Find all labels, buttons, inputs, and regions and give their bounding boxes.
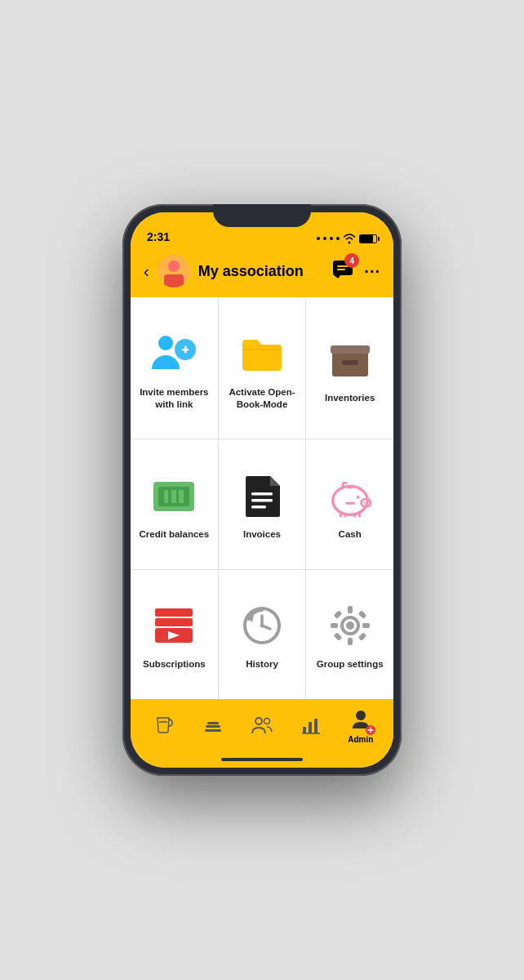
invoice-icon <box>238 471 286 520</box>
svg-rect-50 <box>357 633 366 642</box>
grid-item-invite-members[interactable]: Invite members with link <box>131 297 218 439</box>
bottom-navigation: Admin <box>131 699 393 751</box>
invite-icon <box>149 329 198 378</box>
svg-rect-31 <box>345 502 355 505</box>
cash-label: Cash <box>339 528 362 541</box>
svg-rect-48 <box>357 611 366 620</box>
svg-rect-23 <box>251 499 273 502</box>
back-button[interactable]: ‹ <box>144 262 149 281</box>
nav-item-stats[interactable] <box>295 715 327 735</box>
open-book-label: Activate Open-Book-Mode <box>225 386 300 411</box>
home-indicator <box>131 751 393 768</box>
inventories-label: Inventories <box>325 392 375 404</box>
battery-icon <box>359 234 377 243</box>
invite-members-label: Invite members with link <box>137 386 211 411</box>
status-time: 2:31 <box>147 230 170 243</box>
subscriptions-label: Subscriptions <box>143 658 206 670</box>
svg-point-42 <box>346 621 354 630</box>
nav-item-admin[interactable]: Admin <box>344 707 377 744</box>
admin-nav-label: Admin <box>348 735 373 744</box>
svg-rect-5 <box>337 269 345 270</box>
signal-dot3 <box>330 237 333 240</box>
svg-rect-24 <box>251 506 266 509</box>
svg-rect-15 <box>164 490 168 503</box>
home-bar <box>221 758 303 761</box>
svg-point-28 <box>366 502 368 504</box>
svg-rect-11 <box>331 345 370 354</box>
avatar <box>158 255 190 287</box>
grid-item-cash[interactable]: Cash <box>306 439 393 568</box>
grid-item-subscriptions[interactable]: Subscriptions <box>131 570 218 699</box>
svg-rect-56 <box>303 727 306 733</box>
grid-item-inventories[interactable]: Inventories <box>306 297 393 439</box>
svg-rect-51 <box>206 725 220 728</box>
svg-rect-57 <box>309 722 312 733</box>
archive-icon <box>326 335 375 384</box>
svg-point-27 <box>363 502 365 504</box>
more-button[interactable]: ··· <box>364 262 380 281</box>
svg-rect-43 <box>348 606 353 613</box>
cup-icon <box>153 715 173 735</box>
avatar-image <box>158 255 190 287</box>
svg-point-54 <box>255 718 262 724</box>
svg-rect-58 <box>314 719 318 733</box>
food-icon <box>203 715 223 735</box>
svg-rect-18 <box>171 490 176 492</box>
svg-rect-49 <box>333 633 342 642</box>
svg-rect-45 <box>331 623 338 628</box>
svg-rect-47 <box>333 611 342 620</box>
svg-rect-53 <box>205 729 221 732</box>
piggy-icon <box>326 471 375 520</box>
folder-icon <box>238 329 286 378</box>
status-icons <box>317 234 377 243</box>
subscriptions-icon <box>149 601 198 650</box>
phone-screen: 2:31 ‹ <box>131 212 393 768</box>
nav-item-members[interactable] <box>246 715 278 735</box>
stats-icon <box>301 715 321 735</box>
grid-item-invoices[interactable]: Invoices <box>219 439 306 568</box>
nav-item-drinks[interactable] <box>147 715 180 735</box>
group-settings-label: Group settings <box>317 658 384 670</box>
svg-point-40 <box>260 624 264 628</box>
menu-grid: Invite members with link Activate Open-B… <box>131 297 393 699</box>
svg-rect-2 <box>164 274 184 287</box>
signal-dot1 <box>317 237 320 240</box>
header: ‹ My association <box>131 248 393 297</box>
svg-rect-22 <box>251 492 273 496</box>
svg-rect-29 <box>347 486 353 488</box>
settings-icon <box>326 601 375 650</box>
wifi-icon <box>343 234 356 243</box>
nav-item-food[interactable] <box>197 715 229 735</box>
header-actions: 4 ··· <box>331 258 380 284</box>
svg-rect-32 <box>155 608 193 617</box>
svg-rect-52 <box>207 722 219 724</box>
grid-item-history[interactable]: History <box>219 570 306 699</box>
svg-point-30 <box>356 496 359 499</box>
signal-dot2 <box>323 237 326 240</box>
notification-badge: 4 <box>344 253 359 268</box>
svg-point-1 <box>168 261 180 272</box>
svg-rect-44 <box>348 638 353 645</box>
credit-icon <box>149 471 198 520</box>
grid-item-group-settings[interactable]: Group settings <box>306 570 393 699</box>
svg-rect-20 <box>179 490 184 492</box>
history-label: History <box>246 658 278 670</box>
svg-rect-33 <box>155 618 193 626</box>
svg-rect-19 <box>171 501 176 503</box>
grid-item-open-book[interactable]: Activate Open-Book-Mode <box>219 297 306 439</box>
svg-point-6 <box>158 336 173 350</box>
signal-dot4 <box>336 237 340 240</box>
svg-rect-46 <box>362 623 370 628</box>
phone-frame: 2:31 ‹ <box>122 204 402 776</box>
svg-point-60 <box>356 710 366 720</box>
svg-point-55 <box>264 719 269 724</box>
members-icon <box>251 715 273 735</box>
grid-item-credit-balances[interactable]: Credit balances <box>131 439 218 568</box>
invoices-label: Invoices <box>243 528 281 541</box>
svg-rect-9 <box>184 345 187 353</box>
admin-badge <box>366 725 375 735</box>
history-icon <box>238 601 286 650</box>
notch <box>213 204 311 227</box>
chat-button[interactable]: 4 <box>331 258 354 284</box>
svg-rect-21 <box>179 501 184 503</box>
